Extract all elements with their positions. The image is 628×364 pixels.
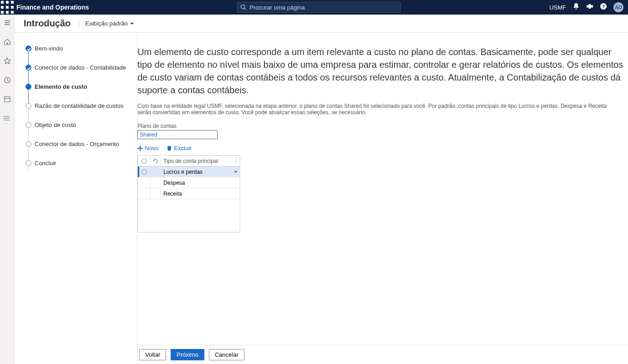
wizard-step-marker	[25, 46, 31, 51]
svg-rect-8	[11, 11, 14, 14]
svg-rect-4	[6, 6, 9, 9]
view-picker[interactable]: Exibição padrão	[86, 20, 134, 27]
wizard-nav: Bem-vindoConector de dados - Contabilida…	[15, 33, 137, 364]
account-types-grid[interactable]: Tipo de conta principal ⋮ Lucros e perda…	[137, 155, 240, 233]
favorites-icon[interactable]	[1, 55, 14, 67]
svg-point-13	[4, 120, 5, 121]
wizard-step-3[interactable]: Razão de contabilidade de custos	[25, 102, 130, 121]
environment-label[interactable]: USMF	[549, 4, 566, 11]
svg-point-12	[4, 118, 5, 119]
grid-cell-value: Lucros e perdas	[161, 169, 232, 175]
nav-expand-icon[interactable]	[1, 16, 14, 29]
wizard-step-6[interactable]: Concluir	[25, 159, 130, 178]
page-title: Introdução	[24, 18, 71, 29]
notifications-icon[interactable]	[572, 3, 580, 12]
svg-rect-3	[1, 6, 4, 9]
wizard-step-label: Objeto de custo	[35, 121, 76, 128]
workspaces-icon[interactable]	[1, 93, 14, 106]
chart-of-accounts-label: Plano de contas	[137, 123, 628, 129]
app-launcher-icon[interactable]	[0, 0, 15, 15]
svg-rect-2	[11, 1, 14, 4]
plus-icon	[137, 146, 143, 151]
settings-icon[interactable]	[586, 3, 593, 12]
modules-icon[interactable]	[1, 112, 14, 125]
wizard-step-5[interactable]: Conector de dados - Orçamento	[25, 140, 130, 159]
grid-cell-value: Despesa	[161, 180, 240, 186]
user-avatar[interactable]: AD	[613, 2, 623, 12]
svg-rect-6	[1, 11, 4, 14]
wizard-step-marker	[25, 65, 31, 71]
wizard-step-marker	[25, 160, 31, 166]
wizard-step-label: Elemento de custo	[35, 83, 87, 90]
row-dropdown-icon[interactable]	[232, 170, 240, 174]
title-separator: |	[78, 20, 80, 28]
next-button[interactable]: Próximo	[171, 349, 204, 360]
svg-rect-7	[6, 11, 9, 14]
help-icon[interactable]	[600, 3, 607, 12]
step-subtext: Com base na entidade legal USMF, selecio…	[137, 103, 628, 116]
search-placeholder: Procurar uma página	[249, 4, 304, 11]
wizard-step-marker	[25, 84, 31, 90]
cancel-button[interactable]: Cancelar	[209, 349, 244, 360]
grid-header-label[interactable]: Tipo de conta principal	[161, 158, 233, 164]
svg-rect-10	[5, 96, 10, 102]
grid-header-menu-icon[interactable]: ⋮	[233, 158, 240, 164]
grid-row[interactable]: Lucros e perdas	[138, 167, 240, 177]
wizard-step-marker	[25, 122, 31, 128]
svg-point-11	[4, 116, 5, 117]
svg-rect-5	[11, 6, 14, 9]
step-headline: Um elemento de custo corresponde a um it…	[137, 46, 628, 100]
wizard-step-label: Conector de dados - Contabilidade	[35, 64, 126, 71]
trash-icon	[167, 146, 172, 151]
row-radio[interactable]	[142, 169, 147, 175]
view-picker-label: Exibição padrão	[86, 20, 128, 27]
back-button[interactable]: Voltar	[139, 349, 166, 360]
wizard-step-marker	[25, 141, 31, 147]
wizard-step-label: Conector de dados - Orçamento	[35, 140, 119, 147]
wizard-step-1[interactable]: Conector de dados - Contabilidade	[25, 64, 130, 83]
recent-icon[interactable]	[1, 74, 14, 86]
delete-row-button[interactable]: Excluir	[167, 145, 192, 152]
home-icon[interactable]	[1, 35, 14, 48]
svg-rect-1	[6, 1, 9, 4]
wizard-step-4[interactable]: Objeto de custo	[25, 121, 130, 140]
wizard-step-label: Razão de contabilidade de custos	[35, 102, 123, 109]
global-search[interactable]: Procurar uma página	[237, 2, 401, 13]
wizard-step-2[interactable]: Elemento de custo	[25, 83, 130, 102]
wizard-step-marker	[25, 103, 31, 109]
wizard-step-0[interactable]: Bem-vindo	[25, 45, 130, 64]
grid-row[interactable]: Despesa	[138, 177, 240, 188]
search-icon	[240, 4, 247, 10]
select-all-radio[interactable]	[142, 158, 147, 164]
svg-rect-0	[1, 1, 4, 4]
chevron-down-icon	[130, 21, 134, 26]
grid-cell-value: Receita	[161, 191, 240, 197]
delete-row-label: Excluir	[174, 145, 192, 152]
app-title: Finance and Operations	[16, 4, 89, 11]
wizard-step-label: Concluir	[35, 159, 56, 167]
new-row-button[interactable]: Novo	[137, 145, 158, 152]
new-row-label: Novo	[145, 145, 158, 152]
refresh-column-icon[interactable]	[151, 156, 161, 166]
chart-of-accounts-input[interactable]	[137, 130, 218, 139]
grid-row[interactable]: Receita	[138, 188, 240, 199]
wizard-step-label: Bem-vindo	[35, 45, 63, 52]
